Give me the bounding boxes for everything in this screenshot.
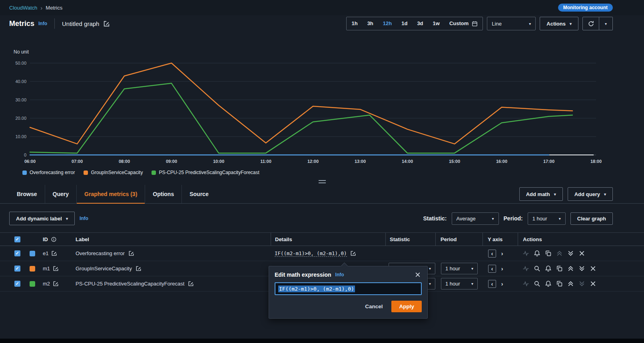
move-down-icon[interactable] bbox=[578, 265, 585, 272]
y-axis-right-button[interactable]: › bbox=[498, 265, 506, 273]
row-checkbox[interactable] bbox=[14, 281, 20, 287]
actions-label: Actions bbox=[546, 21, 566, 27]
math-expression-text[interactable]: IF((m2-m1)>0, (m2-m1),0) bbox=[275, 250, 347, 257]
chevron-down-icon: ▾ bbox=[492, 216, 494, 221]
zoom-to-metric-icon[interactable] bbox=[534, 265, 540, 272]
breadcrumb-current: Metrics bbox=[46, 5, 62, 11]
svg-text:30.00: 30.00 bbox=[15, 97, 26, 102]
tab-query[interactable]: Query bbox=[45, 185, 76, 203]
statistic-global-value: Average bbox=[457, 216, 476, 222]
edit-math-expression-popup: Edit math expression Info IF((m2-m1)>0, … bbox=[269, 266, 428, 319]
close-icon[interactable] bbox=[415, 272, 421, 278]
tab-graphed-metrics[interactable]: Graphed metrics (3) bbox=[76, 185, 145, 203]
popup-info-link[interactable]: Info bbox=[335, 272, 344, 278]
statistic-column-header: Statistic bbox=[385, 233, 435, 246]
move-down-icon[interactable] bbox=[567, 250, 574, 257]
monitoring-account-badge[interactable]: Monitoring account bbox=[558, 4, 613, 12]
apply-button[interactable]: Apply bbox=[391, 301, 422, 312]
chevron-down-icon: ▾ bbox=[66, 216, 68, 221]
graphed-metrics-toolbar: Add dynamic label ▾ Info Statistic: Aver… bbox=[0, 204, 644, 229]
table-header-row: ID Label Details Statistic Period Y axis… bbox=[0, 232, 644, 246]
refresh-split-button: ▾ bbox=[582, 17, 613, 30]
breadcrumb-cloudwatch-link[interactable]: CloudWatch bbox=[9, 5, 37, 11]
add-query-button[interactable]: Add query▾ bbox=[568, 187, 613, 201]
resize-handle[interactable] bbox=[319, 180, 326, 183]
y-axis-left-button[interactable]: ‹ bbox=[488, 265, 496, 273]
y-axis-right-button[interactable]: › bbox=[498, 280, 506, 288]
y-axis-right-button[interactable]: › bbox=[498, 250, 506, 258]
time-range-1w[interactable]: 1w bbox=[428, 17, 445, 30]
refresh-button[interactable] bbox=[582, 17, 599, 30]
statistic-label: Statistic: bbox=[423, 215, 447, 222]
time-range-custom[interactable]: Custom bbox=[445, 17, 483, 30]
alarm-bell-icon[interactable] bbox=[545, 265, 552, 272]
zoom-to-metric-icon[interactable] bbox=[534, 280, 540, 287]
edit-id-icon[interactable] bbox=[53, 266, 59, 272]
legend-item[interactable]: PS-CPU-25 PredictiveScalingCapacityForec… bbox=[152, 170, 259, 175]
edit-label-icon[interactable] bbox=[128, 250, 134, 256]
time-range-3h[interactable]: 3h bbox=[363, 17, 378, 30]
move-up-icon[interactable] bbox=[556, 250, 563, 257]
cancel-button[interactable]: Cancel bbox=[365, 303, 383, 309]
alarm-bell-icon[interactable] bbox=[534, 250, 540, 257]
time-range-1h[interactable]: 1h bbox=[347, 17, 362, 30]
y-axis-left-button[interactable]: ‹ bbox=[488, 280, 496, 288]
remove-metric-icon[interactable] bbox=[578, 250, 585, 257]
sparkline-icon[interactable] bbox=[522, 265, 529, 272]
refresh-options-button[interactable]: ▾ bbox=[599, 17, 613, 30]
period-select[interactable]: 1 hour▾ bbox=[441, 263, 478, 274]
edit-label-icon[interactable] bbox=[188, 281, 194, 287]
metric-id: m1 bbox=[43, 266, 50, 272]
sparkline-icon[interactable] bbox=[522, 280, 529, 287]
edit-expression-icon[interactable] bbox=[350, 250, 356, 256]
period-global-select[interactable]: 1 hour ▾ bbox=[528, 212, 566, 225]
math-expression-input[interactable]: IF((m2-m1)>0, (m2-m1),0) bbox=[275, 282, 422, 295]
metrics-info-link[interactable]: Info bbox=[38, 21, 47, 26]
time-range-12h[interactable]: 12h bbox=[378, 17, 397, 30]
add-math-button[interactable]: Add math▾ bbox=[519, 187, 563, 201]
move-up-icon[interactable] bbox=[567, 280, 574, 287]
row-checkbox[interactable] bbox=[14, 266, 20, 272]
chart-type-select[interactable]: Line ▾ bbox=[487, 17, 536, 30]
svg-text:07:00: 07:00 bbox=[72, 159, 83, 164]
clear-graph-button[interactable]: Clear graph bbox=[570, 212, 613, 225]
legend-item[interactable]: Overforecasting error bbox=[22, 170, 75, 175]
actions-button[interactable]: Actions ▾ bbox=[540, 17, 578, 30]
sparkline-icon[interactable] bbox=[522, 250, 529, 257]
edit-id-icon[interactable] bbox=[53, 281, 59, 287]
tab-options[interactable]: Options bbox=[145, 185, 181, 203]
chevron-down-icon: ▾ bbox=[529, 22, 531, 26]
remove-metric-icon[interactable] bbox=[590, 280, 596, 287]
metrics-line-chart[interactable]: 010.0020.0030.0040.0050.0006:0007:0008:0… bbox=[0, 47, 612, 167]
time-range-1d[interactable]: 1d bbox=[397, 17, 412, 30]
select-all-checkbox[interactable] bbox=[14, 236, 20, 242]
legend-swatch bbox=[84, 171, 88, 175]
breadcrumb-chevron-icon: › bbox=[40, 5, 42, 11]
info-circle-icon[interactable] bbox=[51, 236, 57, 242]
actions-column-header: Actions bbox=[518, 233, 613, 246]
row-checkbox[interactable] bbox=[14, 250, 20, 256]
move-up-icon[interactable] bbox=[567, 265, 574, 272]
duplicate-icon[interactable] bbox=[556, 265, 563, 272]
statistic-global-select[interactable]: Average ▾ bbox=[452, 212, 499, 225]
edit-graph-name-icon[interactable] bbox=[103, 20, 110, 27]
duplicate-icon[interactable] bbox=[545, 250, 552, 257]
tab-source[interactable]: Source bbox=[181, 185, 216, 203]
remove-metric-icon[interactable] bbox=[590, 265, 596, 272]
time-range-3d[interactable]: 3d bbox=[412, 17, 428, 30]
edit-label-icon[interactable] bbox=[136, 266, 142, 272]
add-dynamic-label-button[interactable]: Add dynamic label ▾ bbox=[9, 212, 75, 225]
tab-browse[interactable]: Browse bbox=[9, 185, 45, 203]
period-column-header: Period bbox=[435, 233, 483, 246]
y-axis-left-button[interactable]: ‹ bbox=[488, 250, 496, 258]
dynamic-label-info-link[interactable]: Info bbox=[80, 216, 88, 221]
period-select[interactable]: 1 hour▾ bbox=[441, 278, 478, 289]
y-axis-toggle: ‹ › bbox=[488, 250, 506, 258]
duplicate-icon[interactable] bbox=[556, 280, 563, 287]
alarm-bell-icon[interactable] bbox=[545, 280, 552, 287]
yaxis-column-header: Y axis bbox=[483, 233, 518, 246]
legend-item[interactable]: GroupInServiceCapacity bbox=[84, 170, 143, 175]
chart-type-value: Line bbox=[492, 21, 502, 27]
edit-id-icon[interactable] bbox=[51, 250, 57, 256]
move-down-icon[interactable] bbox=[578, 280, 585, 287]
